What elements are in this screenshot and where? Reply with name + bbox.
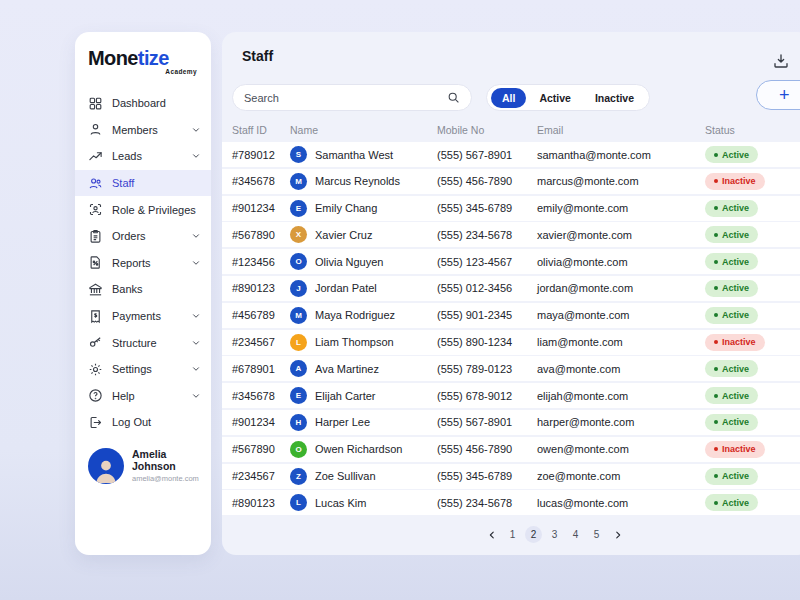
next-page-button[interactable] xyxy=(609,526,626,543)
payments-icon xyxy=(88,309,103,324)
staff-name: Samantha West xyxy=(315,149,393,161)
role-icon xyxy=(88,202,103,217)
page-number[interactable]: 2 xyxy=(525,526,542,543)
table-row[interactable]: #567890 O Owen Richardson (555) 456-7890… xyxy=(222,437,800,462)
filter-pill[interactable]: All xyxy=(491,88,526,108)
page-title: Staff xyxy=(242,48,273,64)
table-row[interactable]: #234567 Z Zoe Sullivan (555) 345-6789 zo… xyxy=(222,464,800,489)
table-row[interactable]: #345678 M Marcus Reynolds (555) 456-7890… xyxy=(222,169,800,194)
avatar: L xyxy=(290,494,307,511)
filter-pill[interactable]: Inactive xyxy=(584,88,645,108)
staff-name: Marcus Reynolds xyxy=(315,175,400,187)
status-badge: Inactive xyxy=(705,334,765,351)
status-badge: Active xyxy=(705,360,758,377)
staff-name: Zoe Sullivan xyxy=(315,470,376,482)
staff-id: #456789 xyxy=(232,309,290,321)
status-badge: Active xyxy=(705,146,758,163)
staff-name: Jordan Patel xyxy=(315,282,377,294)
table-row[interactable]: #890123 L Lucas Kim (555) 234-5678 lucas… xyxy=(222,490,800,515)
sidebar-item[interactable]: Reports xyxy=(75,250,211,277)
page-number[interactable]: 3 xyxy=(546,526,563,543)
staff-icon xyxy=(88,176,103,191)
download-icon xyxy=(772,52,790,70)
sidebar-item-label: Members xyxy=(112,124,158,136)
sidebar-item[interactable]: Structure xyxy=(75,329,211,356)
avatar: S xyxy=(290,146,307,163)
staff-id: #678901 xyxy=(232,363,290,375)
sidebar-item[interactable]: Staff xyxy=(75,170,211,197)
sidebar-item[interactable]: Dashboard xyxy=(75,90,211,117)
sidebar-item[interactable]: Settings xyxy=(75,356,211,383)
avatar: X xyxy=(290,226,307,243)
sidebar-item-label: Staff xyxy=(112,177,134,189)
table-row[interactable]: #567890 X Xavier Cruz (555) 234-5678 xav… xyxy=(222,222,800,247)
sidebar-item-label: Banks xyxy=(112,283,143,295)
table-row[interactable]: #901234 H Harper Lee (555) 567-8901 harp… xyxy=(222,410,800,435)
sidebar-item[interactable]: Payments xyxy=(75,303,211,330)
table-row[interactable]: #345678 E Elijah Carter (555) 678-9012 e… xyxy=(222,383,800,408)
status-badge: Inactive xyxy=(705,441,765,458)
profile-name: Amelia Johnson xyxy=(132,448,205,472)
staff-mobile: (555) 789-0123 xyxy=(437,363,537,375)
profile-email: amelia@monte.com xyxy=(132,474,205,483)
staff-email: emily@monte.com xyxy=(537,202,705,214)
staff-email: ava@monte.com xyxy=(537,363,705,375)
search-input[interactable] xyxy=(244,92,447,104)
col-mobile: Mobile No xyxy=(437,124,537,136)
col-name: Name xyxy=(290,124,437,136)
user-profile[interactable]: Amelia Johnson amelia@monte.com xyxy=(75,448,211,484)
staff-mobile: (555) 012-3456 xyxy=(437,282,537,294)
col-status: Status xyxy=(705,124,800,136)
help-icon xyxy=(88,388,103,403)
staff-id: #123456 xyxy=(232,256,290,268)
table-row[interactable]: #890123 J Jordan Patel (555) 012-3456 jo… xyxy=(222,276,800,301)
add-staff-button[interactable]: + xyxy=(756,80,800,110)
chevron-down-icon xyxy=(191,151,201,161)
staff-email: harper@monte.com xyxy=(537,416,705,428)
staff-mobile: (555) 678-9012 xyxy=(437,390,537,402)
sidebar-item-label: Settings xyxy=(112,363,152,375)
table-row[interactable]: #789012 S Samantha West (555) 567-8901 s… xyxy=(222,142,800,167)
page-number[interactable]: 5 xyxy=(588,526,605,543)
avatar: M xyxy=(290,307,307,324)
brand-subtitle: Academy xyxy=(88,68,197,75)
avatar: L xyxy=(290,334,307,351)
table-row[interactable]: #234567 L Liam Thompson (555) 890-1234 l… xyxy=(222,330,800,355)
sidebar-item[interactable]: Banks xyxy=(75,276,211,303)
sidebar-item[interactable]: Help xyxy=(75,383,211,410)
sidebar-item[interactable]: Log Out xyxy=(75,409,211,436)
staff-name: Elijah Carter xyxy=(315,390,376,402)
staff-mobile: (555) 234-5678 xyxy=(437,497,537,509)
page-number[interactable]: 1 xyxy=(504,526,521,543)
chevron-down-icon xyxy=(191,338,201,348)
status-badge: Active xyxy=(705,387,758,404)
filter-pill[interactable]: Active xyxy=(528,88,582,108)
sidebar-item[interactable]: Role & Privileges xyxy=(75,196,211,223)
staff-id: #567890 xyxy=(232,229,290,241)
staff-email: liam@monte.com xyxy=(537,336,705,348)
search-bar xyxy=(232,84,472,111)
search-icon xyxy=(447,91,460,104)
page-number[interactable]: 4 xyxy=(567,526,584,543)
staff-email: xavier@monte.com xyxy=(537,229,705,241)
staff-mobile: (555) 901-2345 xyxy=(437,309,537,321)
status-badge: Active xyxy=(705,200,758,217)
table-row[interactable]: #678901 A Ava Martinez (555) 789-0123 av… xyxy=(222,356,800,381)
sidebar-item-label: Help xyxy=(112,390,135,402)
download-button[interactable] xyxy=(772,52,790,70)
staff-email: samantha@monte.com xyxy=(537,149,705,161)
table-row[interactable]: #901234 E Emily Chang (555) 345-6789 emi… xyxy=(222,196,800,221)
staff-id: #890123 xyxy=(232,497,290,509)
sidebar-item[interactable]: Orders xyxy=(75,223,211,250)
banks-icon xyxy=(88,282,103,297)
avatar: A xyxy=(290,360,307,377)
staff-email: marcus@monte.com xyxy=(537,175,705,187)
staff-mobile: (555) 123-4567 xyxy=(437,256,537,268)
prev-page-button[interactable] xyxy=(483,526,500,543)
table-row[interactable]: #123456 O Olivia Nguyen (555) 123-4567 o… xyxy=(222,249,800,274)
sidebar-item[interactable]: Members xyxy=(75,117,211,144)
table-row[interactable]: #456789 M Maya Rodriguez (555) 901-2345 … xyxy=(222,303,800,328)
sidebar-item[interactable]: Leads xyxy=(75,143,211,170)
avatar: E xyxy=(290,200,307,217)
staff-id: #345678 xyxy=(232,175,290,187)
